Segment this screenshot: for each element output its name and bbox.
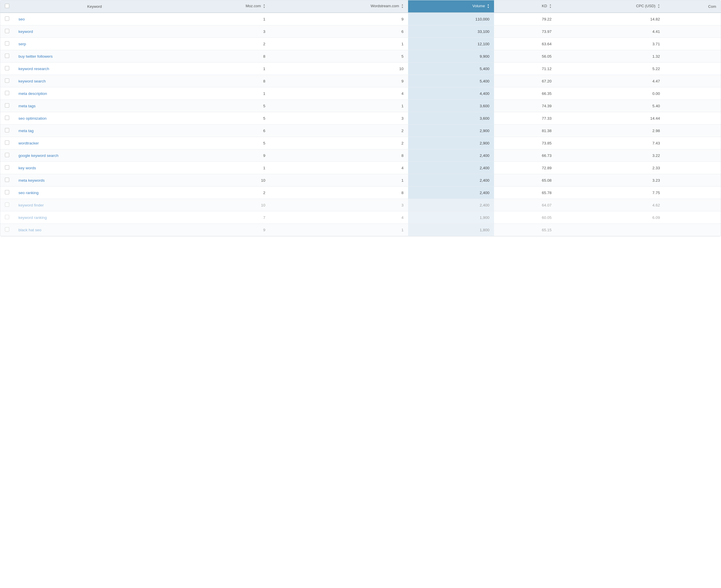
row-checkbox-cell	[0, 187, 14, 199]
row-checkbox-cell	[0, 25, 14, 38]
com-cell	[664, 87, 721, 100]
row-checkbox[interactable]	[5, 17, 9, 21]
cpc-cell: 1.32	[556, 50, 664, 63]
keyword-link[interactable]: meta description	[19, 91, 47, 96]
table-row: black hat seo911,80065.15	[0, 224, 721, 236]
keyword-link[interactable]: serp	[19, 42, 26, 46]
kd-cell: 73.85	[494, 137, 556, 149]
com-cell	[664, 199, 721, 211]
select-all-checkbox[interactable]	[5, 4, 9, 8]
row-checkbox[interactable]	[5, 54, 9, 58]
cpc-cell: 14.44	[556, 112, 664, 125]
row-checkbox[interactable]	[5, 177, 9, 182]
cpc-cell: 4.47	[556, 75, 664, 87]
keyword-link[interactable]: buy twitter followers	[19, 54, 53, 59]
row-checkbox[interactable]	[5, 79, 9, 83]
row-checkbox[interactable]	[5, 66, 9, 70]
header-keyword[interactable]: Keyword	[14, 0, 175, 13]
kd-cell: 71.12	[494, 63, 556, 75]
keyword-link[interactable]: seo	[19, 17, 25, 21]
row-checkbox[interactable]	[5, 153, 9, 157]
volume-cell: 5,400	[408, 75, 494, 87]
kd-cell: 63.64	[494, 38, 556, 50]
keyword-cell: meta description	[14, 87, 175, 100]
volume-cell: 2,400	[408, 199, 494, 211]
keyword-link[interactable]: keyword research	[19, 67, 49, 71]
keyword-cell: keyword research	[14, 63, 175, 75]
row-checkbox[interactable]	[5, 103, 9, 108]
moz-cell: 5	[175, 137, 270, 149]
volume-cell: 3,600	[408, 112, 494, 125]
keyword-link[interactable]: key words	[19, 166, 36, 170]
com-cell	[664, 174, 721, 187]
header-checkbox-col[interactable]	[0, 0, 14, 13]
keyword-cell: keyword ranking	[14, 211, 175, 224]
cpc-cell: 5.40	[556, 100, 664, 112]
moz-cell: 3	[175, 25, 270, 38]
keyword-cell: keyword search	[14, 75, 175, 87]
kd-cell: 65.15	[494, 224, 556, 236]
row-checkbox-cell	[0, 224, 14, 236]
keyword-link[interactable]: wordtracker	[19, 141, 39, 145]
table-row: wordtracker522,90073.857.43	[0, 137, 721, 149]
keyword-link[interactable]: seo optimization	[19, 116, 47, 121]
row-checkbox[interactable]	[5, 165, 9, 170]
keyword-cell: meta keywords	[14, 174, 175, 187]
row-checkbox[interactable]	[5, 115, 9, 120]
volume-cell: 1,900	[408, 211, 494, 224]
row-checkbox[interactable]	[5, 215, 9, 219]
keyword-link[interactable]: keyword finder	[19, 203, 44, 207]
volume-sort-arrows: ▲▼	[487, 4, 489, 9]
moz-cell: 7	[175, 211, 270, 224]
keyword-link[interactable]: seo ranking	[19, 191, 39, 195]
header-volume[interactable]: Volume ▲▼	[408, 0, 494, 13]
com-cell	[664, 25, 721, 38]
kd-cell: 72.89	[494, 162, 556, 174]
moz-cell: 1	[175, 162, 270, 174]
row-checkbox[interactable]	[5, 141, 9, 145]
kd-cell: 79.22	[494, 13, 556, 25]
table-row: seo optimization533,60077.3314.44	[0, 112, 721, 125]
keyword-link[interactable]: meta keywords	[19, 178, 45, 183]
wordstream-cell: 10	[270, 63, 408, 75]
keyword-link[interactable]: google keyword search	[19, 153, 59, 158]
keyword-link[interactable]: meta tag	[19, 129, 34, 133]
row-checkbox[interactable]	[5, 227, 9, 232]
header-wordstream[interactable]: Wordstream.com ▲▼	[270, 0, 408, 13]
com-cell	[664, 38, 721, 50]
cpc-cell: 4.41	[556, 25, 664, 38]
keyword-cell: buy twitter followers	[14, 50, 175, 63]
header-cpc[interactable]: CPC (USD) ▲▼	[556, 0, 664, 13]
keyword-link[interactable]: black hat seo	[19, 228, 42, 232]
keyword-cell: google keyword search	[14, 149, 175, 162]
moz-cell: 8	[175, 75, 270, 87]
row-checkbox[interactable]	[5, 190, 9, 194]
keyword-link[interactable]: keyword ranking	[19, 215, 47, 220]
keyword-cell: key words	[14, 162, 175, 174]
wordstream-cell: 4	[270, 211, 408, 224]
keyword-cell: keyword	[14, 25, 175, 38]
keyword-link[interactable]: keyword	[19, 29, 33, 34]
header-com[interactable]: Com	[664, 0, 721, 13]
cpc-cell: 6.09	[556, 211, 664, 224]
table-row: keyword ranking741,90060.056.09	[0, 211, 721, 224]
com-cell	[664, 13, 721, 25]
cpc-cell: 3.71	[556, 38, 664, 50]
cpc-cell: 14.82	[556, 13, 664, 25]
row-checkbox[interactable]	[5, 29, 9, 33]
wordstream-cell: 1	[270, 224, 408, 236]
header-moz[interactable]: Moz.com ▲▼	[175, 0, 270, 13]
keyword-link[interactable]: meta tags	[19, 104, 36, 108]
row-checkbox[interactable]	[5, 128, 9, 132]
moz-cell: 1	[175, 63, 270, 75]
keyword-link[interactable]: keyword search	[19, 79, 46, 83]
kd-cell: 74.39	[494, 100, 556, 112]
table-row: meta description144,40066.350.00	[0, 87, 721, 100]
row-checkbox[interactable]	[5, 203, 9, 207]
row-checkbox[interactable]	[5, 91, 9, 95]
header-kd[interactable]: KD ▲▼	[494, 0, 556, 13]
kd-sort-arrows: ▲▼	[549, 4, 552, 9]
keyword-cell: seo optimization	[14, 112, 175, 125]
cpc-cell: 5.22	[556, 63, 664, 75]
row-checkbox[interactable]	[5, 41, 9, 46]
